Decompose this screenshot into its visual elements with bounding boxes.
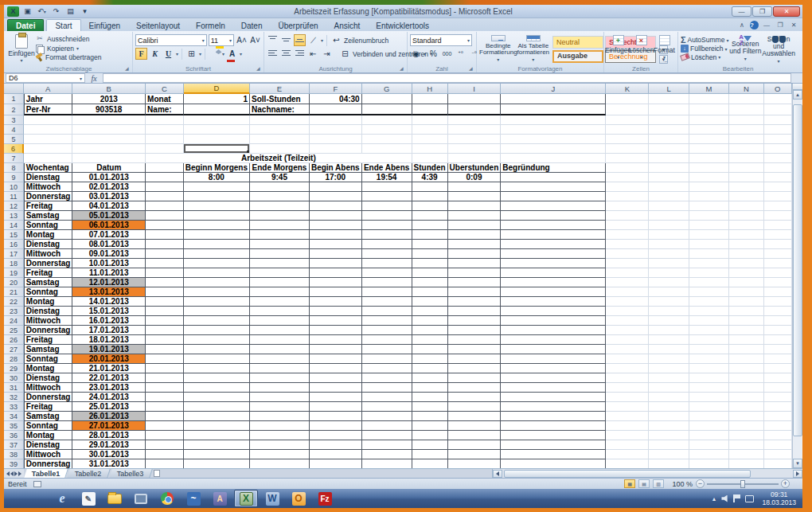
- cell-D21[interactable]: [184, 287, 250, 297]
- taskbar-computer-icon[interactable]: [129, 490, 153, 507]
- cell-H7[interactable]: [412, 154, 448, 163]
- cell-M33[interactable]: [689, 402, 730, 412]
- cell-H39[interactable]: [412, 459, 448, 468]
- cell-F19[interactable]: [310, 268, 362, 278]
- cell-N33[interactable]: [729, 402, 763, 412]
- cell-I11[interactable]: [448, 192, 502, 201]
- row-header-30[interactable]: 30: [4, 373, 24, 383]
- cell-H37[interactable]: [412, 440, 448, 450]
- scroll-right-icon[interactable]: [793, 470, 802, 478]
- cell-I6[interactable]: [448, 144, 502, 154]
- cell-A39[interactable]: Donnerstag: [24, 459, 73, 468]
- cell-K18[interactable]: [606, 259, 649, 268]
- cell-E38[interactable]: [250, 450, 310, 459]
- cell-N16[interactable]: [729, 240, 763, 249]
- cell-F38[interactable]: [310, 450, 362, 459]
- cell-L11[interactable]: [649, 192, 689, 201]
- cell-H14[interactable]: [412, 221, 448, 230]
- cell-I27[interactable]: [448, 345, 502, 354]
- row-header-11[interactable]: 11: [4, 192, 24, 201]
- cell-A34[interactable]: Samstag: [24, 412, 73, 421]
- row-header-6[interactable]: 6: [4, 144, 24, 154]
- cell-A13[interactable]: Samstag: [24, 211, 73, 221]
- cell-I5[interactable]: [448, 135, 502, 144]
- cell-D26[interactable]: [184, 335, 250, 345]
- cell-N20[interactable]: [729, 278, 763, 287]
- cell-M28[interactable]: [689, 354, 730, 364]
- cell-I38[interactable]: [448, 450, 502, 459]
- row-header-28[interactable]: 28: [4, 354, 24, 364]
- row-header-18[interactable]: 18: [4, 259, 24, 268]
- cell-E5[interactable]: [250, 135, 310, 144]
- cell-I8[interactable]: Überstunden: [448, 163, 502, 173]
- cell-E32[interactable]: [250, 393, 310, 402]
- cell-C3[interactable]: [146, 115, 184, 125]
- cell-M24[interactable]: [689, 316, 730, 326]
- cell-B13[interactable]: 05.01.2013: [72, 211, 146, 221]
- bold-button[interactable]: F: [135, 48, 147, 60]
- ribbon-tab-datei[interactable]: Datei: [7, 19, 44, 31]
- cell-I35[interactable]: [448, 421, 502, 431]
- cell-E17[interactable]: [250, 249, 310, 259]
- cell-H22[interactable]: [412, 297, 448, 307]
- row-header-9[interactable]: 9: [4, 173, 24, 182]
- cells-einfügen-button[interactable]: +Einfügen▾: [607, 33, 630, 63]
- cell-M18[interactable]: [689, 259, 730, 268]
- cell-A28[interactable]: Sonntag: [24, 354, 73, 364]
- cell-O38[interactable]: [764, 450, 792, 459]
- cell-N38[interactable]: [729, 450, 763, 459]
- cell-D14[interactable]: [184, 221, 250, 230]
- cell-E10[interactable]: [250, 182, 310, 192]
- cell-M23[interactable]: [689, 307, 730, 316]
- cell-F24[interactable]: [310, 316, 362, 326]
- cell-C28[interactable]: [146, 354, 184, 364]
- row-header-32[interactable]: 32: [4, 393, 24, 402]
- cell-M32[interactable]: [689, 393, 730, 402]
- cell-A23[interactable]: Dienstag: [24, 307, 73, 316]
- cell-O29[interactable]: [764, 364, 792, 373]
- cell-G4[interactable]: [362, 125, 412, 135]
- column-header-A[interactable]: A: [24, 84, 73, 94]
- cell-A20[interactable]: Samstag: [24, 278, 73, 287]
- close-button[interactable]: ✕: [773, 6, 800, 17]
- cell-G34[interactable]: [362, 412, 412, 421]
- cell-B1[interactable]: 2013: [72, 94, 146, 104]
- cell-K33[interactable]: [606, 402, 649, 412]
- cell-G31[interactable]: [362, 383, 412, 393]
- ribbon-tab-seitenlayout[interactable]: Seitenlayout: [128, 20, 188, 31]
- cell-L9[interactable]: [649, 173, 689, 182]
- cell-A16[interactable]: Dienstag: [24, 240, 73, 249]
- cell-C19[interactable]: [146, 268, 184, 278]
- cell-F16[interactable]: [310, 240, 362, 249]
- cell-B39[interactable]: 31.01.2013: [72, 459, 146, 468]
- row-header-37[interactable]: 37: [4, 440, 24, 450]
- cell-D20[interactable]: [184, 278, 250, 287]
- cell-N11[interactable]: [729, 192, 763, 201]
- cell-L34[interactable]: [649, 412, 689, 421]
- cell-L14[interactable]: [649, 221, 689, 230]
- cell-B6[interactable]: [72, 144, 146, 154]
- cell-D33[interactable]: [184, 402, 250, 412]
- row-header-24[interactable]: 24: [4, 316, 24, 326]
- cell-L4[interactable]: [649, 125, 689, 135]
- cell-K24[interactable]: [606, 316, 649, 326]
- cell-D3[interactable]: [184, 115, 250, 125]
- scrollbar-split-handle[interactable]: [793, 84, 802, 90]
- cell-K25[interactable]: [606, 326, 649, 335]
- cell-J11[interactable]: [501, 192, 606, 201]
- cell-D39[interactable]: [184, 459, 250, 468]
- insert-sheet-button[interactable]: [150, 469, 163, 478]
- cell-F6[interactable]: [310, 144, 362, 154]
- cell-L27[interactable]: [649, 345, 689, 354]
- cell-I4[interactable]: [448, 125, 502, 135]
- restore-button[interactable]: ❐: [752, 6, 772, 17]
- cell-J18[interactable]: [501, 259, 606, 268]
- cell-H31[interactable]: [412, 383, 448, 393]
- cell-I37[interactable]: [448, 440, 502, 450]
- macro-record-icon[interactable]: [33, 481, 41, 487]
- cell-M38[interactable]: [689, 450, 730, 459]
- cell-M25[interactable]: [689, 326, 730, 335]
- cell-F11[interactable]: [310, 192, 362, 201]
- cell-C24[interactable]: [146, 316, 184, 326]
- cell-E33[interactable]: [250, 402, 310, 412]
